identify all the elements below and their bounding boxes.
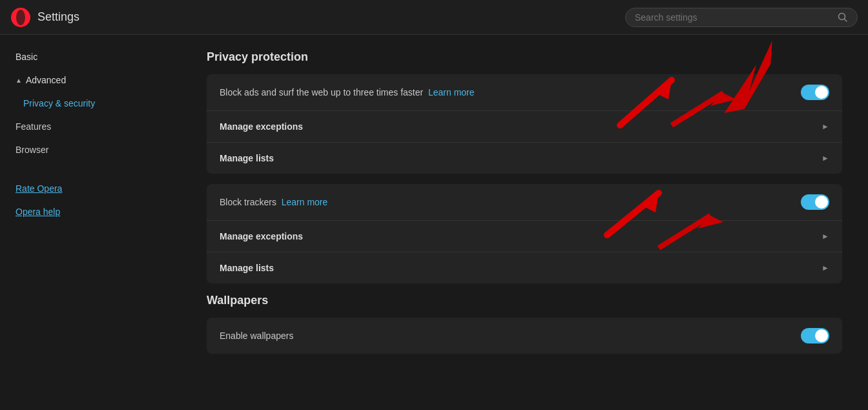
manage-exceptions-ads-row[interactable]: Manage exceptions ► — [207, 111, 842, 143]
rate-opera-label: Rate Opera — [16, 183, 62, 194]
sidebar-link-opera-help[interactable]: Opera help — [0, 200, 181, 223]
sidebar-item-features-label: Features — [16, 121, 51, 132]
search-icon — [838, 12, 848, 23]
block-trackers-right — [801, 194, 829, 210]
block-ads-toggle[interactable] — [801, 85, 829, 100]
block-trackers-row: Block trackers Learn more — [207, 184, 842, 221]
app-title: Settings — [37, 10, 79, 24]
enable-wallpapers-toggle[interactable] — [801, 328, 829, 343]
sidebar-link-rate-opera[interactable]: Rate Opera — [0, 177, 181, 200]
manage-lists-trackers-chevron-icon: ► — [822, 263, 829, 272]
block-trackers-toggle[interactable] — [801, 194, 829, 210]
wallpapers-section: Wallpapers Enable wallpapers — [207, 294, 842, 354]
enable-wallpapers-text: Enable wallpapers — [220, 331, 293, 341]
manage-lists-ads-label: Manage lists — [220, 153, 274, 163]
manage-lists-trackers-label: Manage lists — [220, 263, 274, 273]
enable-wallpapers-right — [801, 328, 829, 343]
manage-lists-ads-chevron-icon: ► — [822, 154, 829, 163]
sidebar-item-advanced[interactable]: ▲ Advanced — [0, 68, 181, 92]
header-left: Settings — [10, 7, 79, 28]
manage-exceptions-trackers-chevron-icon: ► — [822, 232, 829, 241]
manage-exceptions-trackers-label: Manage exceptions — [220, 231, 303, 241]
header: Settings — [0, 0, 868, 35]
manage-exceptions-trackers-row[interactable]: Manage exceptions ► — [207, 221, 842, 252]
block-trackers-text: Block trackers Learn more — [220, 197, 327, 207]
tracker-card: Block trackers Learn more Manage excepti… — [207, 184, 842, 283]
block-ads-text: Block ads and surf the web up to three t… — [220, 87, 475, 97]
sidebar-item-browser-label: Browser — [16, 145, 48, 155]
privacy-protection-title: Privacy protection — [207, 50, 842, 64]
sidebar: Basic ▲ Advanced Privacy & security Feat… — [0, 35, 181, 410]
wallpapers-card: Enable wallpapers — [207, 318, 842, 354]
sidebar-item-basic-label: Basic — [16, 52, 37, 62]
manage-exceptions-ads-chevron-icon: ► — [822, 122, 829, 131]
wallpapers-title: Wallpapers — [207, 294, 842, 307]
sidebar-item-privacy-security-label: Privacy & security — [23, 98, 95, 108]
search-input[interactable] — [635, 12, 832, 23]
search-bar[interactable] — [625, 8, 858, 27]
opera-help-label: Opera help — [16, 207, 60, 217]
enable-wallpapers-row: Enable wallpapers — [207, 318, 842, 354]
block-ads-row: Block ads and surf the web up to three t… — [207, 74, 842, 111]
manage-exceptions-ads-label: Manage exceptions — [220, 121, 303, 132]
manage-lists-ads-row[interactable]: Manage lists ► — [207, 143, 842, 174]
manage-lists-trackers-row[interactable]: Manage lists ► — [207, 252, 842, 283]
content-area: Privacy protection Block ads and surf th… — [181, 35, 868, 410]
sidebar-item-privacy-security[interactable]: Privacy & security — [0, 92, 181, 115]
svg-line-4 — [845, 19, 847, 21]
privacy-protection-section: Privacy protection Block ads and surf th… — [207, 50, 842, 283]
svg-point-1 — [16, 10, 25, 25]
ad-block-card: Block ads and surf the web up to three t… — [207, 74, 842, 174]
sidebar-item-browser[interactable]: Browser — [0, 138, 181, 161]
sidebar-item-advanced-label: Advanced — [26, 75, 66, 85]
block-ads-right — [801, 85, 829, 100]
main-layout: Basic ▲ Advanced Privacy & security Feat… — [0, 35, 868, 410]
sidebar-item-basic[interactable]: Basic — [0, 45, 181, 68]
block-trackers-learn-more-link[interactable]: Learn more — [282, 197, 328, 207]
sidebar-item-features[interactable]: Features — [0, 115, 181, 138]
chevron-up-icon: ▲ — [16, 77, 22, 84]
block-ads-learn-more-link[interactable]: Learn more — [428, 87, 475, 97]
opera-logo-icon — [10, 7, 31, 28]
